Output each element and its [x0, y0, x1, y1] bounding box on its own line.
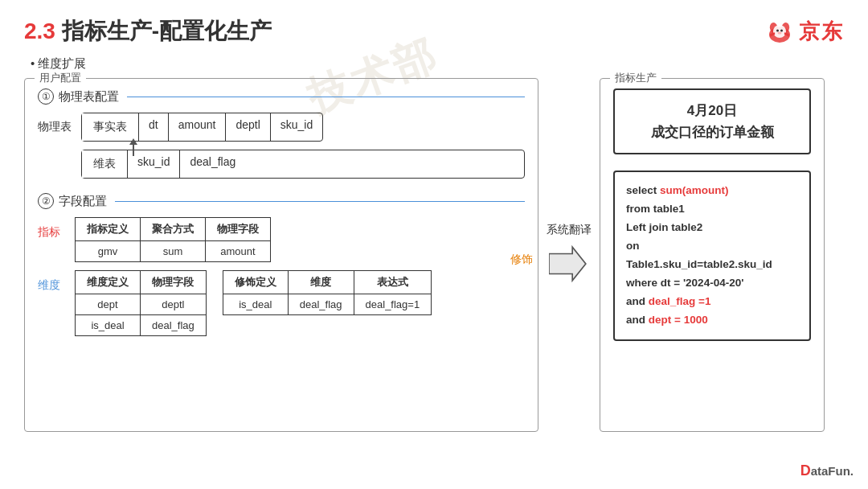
dimension-area: 维度 维度定义 物理字段 dept — [38, 270, 525, 336]
title-number: 2.3 — [24, 18, 55, 43]
sql-box: select sum(amount) from table1 Left join… — [613, 171, 811, 341]
date-box: 4月20日 成交口径的订单金额 — [613, 88, 811, 154]
sql-left-join: Left join table2 — [626, 221, 702, 233]
dim1-cell-0-0: dept — [76, 294, 141, 315]
dimension-label: 维度 — [38, 270, 65, 293]
dim2-row-0: is_deal deal_flag deal_flag=1 — [223, 294, 431, 315]
arrow-up-indicator — [129, 138, 137, 156]
indicator-label: 指标 — [38, 217, 65, 240]
config2-title: ② 字段配置 — [38, 193, 525, 209]
page-container: 技术部 2.3 指标生产-配置化生产 京东 维度扩展 — [0, 0, 868, 489]
dim-table2-wrapper: 修饰 修饰定义 维度 表达式 — [223, 270, 525, 315]
fact-table-name: 事实表 — [82, 113, 139, 141]
sql-where: where dt = '2024-04-20' — [626, 277, 743, 289]
sql-on: on — [626, 240, 640, 252]
sql-sum-amount: sum(amount) — [660, 184, 729, 196]
right-section-label: 指标生产 — [610, 71, 661, 85]
header: 2.3 指标生产-配置化生产 京东 — [24, 16, 844, 47]
date-line2: 成交口径的订单金额 — [631, 121, 793, 143]
config-phys-table: ① 物理表配置 物理表 事实表 dt amount deptl sku_id — [38, 88, 525, 179]
svg-point-4 — [776, 30, 779, 32]
fact-table-box: 事实表 dt amount deptl sku_id — [81, 113, 323, 142]
svg-marker-11 — [549, 247, 586, 281]
config1-divider — [127, 97, 525, 97]
logo-dog-icon — [764, 17, 796, 46]
sql-and1: and — [626, 295, 649, 307]
bullet-weidu: 维度扩展 — [31, 56, 844, 72]
dim1-cell-1-1: deal_flag — [141, 315, 207, 336]
big-arrow-icon — [549, 244, 589, 284]
page-title: 2.3 指标生产-配置化生产 — [24, 16, 272, 47]
indicator-header-1: 聚合方式 — [141, 218, 206, 241]
svg-point-3 — [773, 25, 786, 38]
dim1-header-0: 维度定义 — [76, 271, 141, 294]
phys-table-row: 物理表 事实表 dt amount deptl sku_id — [38, 113, 525, 142]
dim1-row-1: is_deal deal_flag — [76, 315, 207, 336]
dim-tables-row: 维度定义 物理字段 dept deptl is_deal — [75, 270, 525, 336]
datafun-logo: DataFun. — [800, 462, 854, 479]
dim2-cell-0-2: deal_flag=1 — [354, 294, 432, 315]
indicator-cell-0-2: amount — [206, 241, 271, 262]
system-translate-label: 系统翻译 — [547, 223, 592, 237]
indicator-cell-0-0: gmv — [76, 241, 141, 262]
indicator-row-0: gmv sum amount — [76, 241, 271, 262]
phys-table-label: 物理表 — [38, 120, 81, 134]
dim1-cell-1-0: is_deal — [76, 315, 141, 336]
dim2-header-2: 表达式 — [354, 271, 432, 294]
indicator-header-2: 物理字段 — [206, 218, 271, 241]
dim2-cell-0-0: is_deal — [223, 294, 288, 315]
datafun-rest: ataFun. — [811, 464, 854, 478]
dim2-header-0: 修饰定义 — [223, 271, 288, 294]
dim-table2: 修饰定义 维度 表达式 is_deal deal_flag — [223, 270, 432, 315]
left-section: 用户配置 ① 物理表配置 物理表 事实表 dt amount deptl — [24, 78, 538, 432]
dim2-cell-0-1: deal_flag — [288, 294, 354, 315]
config1-num: ① — [38, 88, 54, 105]
config2-num: ② — [38, 193, 54, 209]
fact-col-amount: amount — [169, 113, 227, 141]
indicator-table: 指标定义 聚合方式 物理字段 gmv sum amount — [75, 217, 271, 262]
datafun-d: D — [800, 462, 811, 479]
indicator-cell-0-1: sum — [141, 241, 206, 262]
config1-title: ① 物理表配置 — [38, 88, 525, 105]
fact-col-dt: dt — [139, 113, 169, 141]
indicator-header-0: 指标定义 — [76, 218, 141, 241]
dim-col-dealflag: deal_flag — [180, 150, 245, 178]
svg-point-6 — [778, 32, 782, 35]
sql-dept: dept = 1000 — [649, 314, 708, 326]
sql-from: from table1 — [626, 203, 685, 215]
config2-divider — [115, 201, 525, 202]
dim1-cell-0-1: deptl — [141, 294, 207, 315]
dim-table-box: 维表 sku_id deal_flag — [81, 150, 525, 179]
svg-point-5 — [780, 30, 783, 32]
date-line1: 4月20日 — [631, 100, 793, 121]
config1-text: 物理表配置 — [59, 89, 119, 105]
sql-join-cond: Table1.sku_id=table2.sku_id — [626, 258, 772, 270]
middle-arrow-area: 系统翻译 — [538, 223, 600, 284]
fact-col-deptl: deptl — [226, 113, 270, 141]
left-section-label: 用户配置 — [35, 71, 86, 85]
dim-table-wrapper: 维表 sku_id deal_flag — [81, 150, 525, 179]
main-layout: 用户配置 ① 物理表配置 物理表 事实表 dt amount deptl — [24, 78, 844, 432]
right-section: 指标生产 4月20日 成交口径的订单金额 select sum(amount) … — [600, 78, 825, 432]
dim2-header-1: 维度 — [288, 271, 354, 294]
dim-table1: 维度定义 物理字段 dept deptl is_deal — [75, 270, 207, 336]
xiushi-label: 修饰 — [510, 253, 533, 267]
sql-and2: and — [626, 314, 649, 326]
fact-col-skuid: sku_id — [271, 113, 322, 141]
logo-text: 京东 — [799, 18, 844, 46]
sql-deal-flag: deal_flag =1 — [649, 295, 711, 307]
dim-table-name: 维表 — [82, 150, 128, 178]
dim1-header-1: 物理字段 — [141, 271, 207, 294]
arrow-head — [129, 138, 137, 145]
config-field: ② 字段配置 指标 指标定义 聚合方式 物理字段 — [38, 193, 525, 336]
arrow-shaft — [133, 145, 134, 156]
dim1-row-0: dept deptl — [76, 294, 207, 315]
sql-select: select — [626, 184, 660, 196]
title-text: 指标生产-配置化生产 — [62, 18, 272, 43]
indicator-layout: 指标 指标定义 聚合方式 物理字段 gmv sum — [38, 217, 525, 262]
config2-text: 字段配置 — [59, 194, 107, 209]
logo-area: 京东 — [764, 17, 844, 46]
